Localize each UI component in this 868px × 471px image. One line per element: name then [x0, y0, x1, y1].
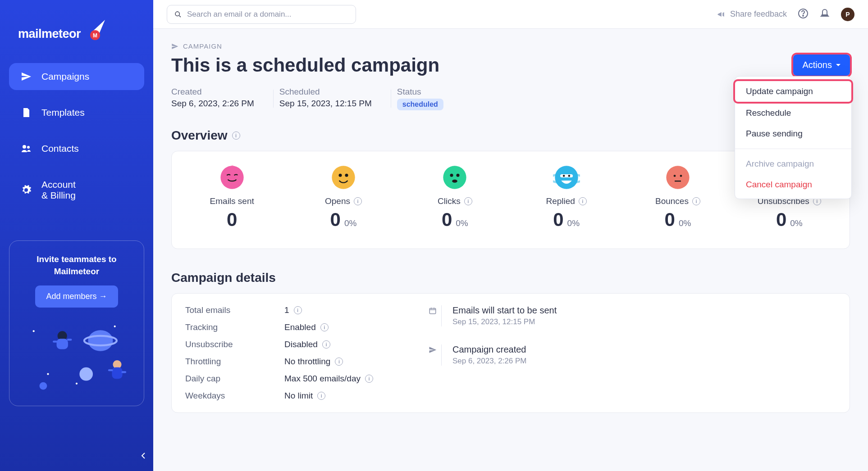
add-members-button[interactable]: Add members →	[35, 285, 118, 308]
detail-row: Daily capMax 500 emails/day i	[185, 374, 402, 384]
stat-value: 0	[330, 209, 341, 231]
space-illustration	[18, 312, 135, 393]
user-avatar[interactable]: P	[841, 8, 854, 21]
stat-emoji	[176, 165, 288, 190]
stat-value: 0	[553, 209, 563, 231]
dropdown-cancel-campaign[interactable]: Cancel campaign	[735, 174, 851, 195]
bell-icon	[819, 8, 830, 19]
info-icon[interactable]: i	[322, 340, 330, 349]
sidebar-item-label: Contacts	[41, 143, 79, 154]
sidebar: mailmeteor M Campaigns Templates Contact…	[0, 0, 153, 471]
dropdown-update-campaign[interactable]: Update campaign	[735, 81, 851, 102]
invite-card: Invite teammates to Mailmeteor Add membe…	[9, 240, 144, 406]
breadcrumb: CAMPAIGN	[171, 42, 850, 50]
detail-value: Disabled i	[284, 340, 330, 349]
search-input[interactable]	[187, 10, 348, 19]
file-icon	[21, 107, 32, 118]
stat-emoji	[399, 165, 511, 190]
info-icon[interactable]: i	[317, 392, 325, 400]
detail-value: Enabled i	[284, 322, 329, 332]
svg-point-37	[674, 175, 676, 177]
detail-label: Total emails	[185, 305, 280, 315]
detail-row: UnsubscribeDisabled i	[185, 340, 402, 349]
svg-point-20	[175, 12, 179, 16]
status-badge: scheduled	[397, 99, 443, 110]
svg-point-5	[114, 326, 116, 327]
notifications-button[interactable]	[819, 8, 830, 21]
dropdown-divider	[735, 149, 851, 149]
info-icon[interactable]: i	[464, 197, 472, 205]
svg-point-25	[338, 174, 342, 177]
svg-rect-33	[560, 174, 573, 177]
sidebar-item-label: Account & Billing	[41, 179, 76, 201]
invite-title: Invite teammates to Mailmeteor	[18, 254, 135, 277]
svg-rect-40	[429, 308, 436, 314]
svg-point-34	[562, 175, 565, 177]
stat-pct: 0%	[456, 218, 468, 228]
detail-label: Weekdays	[185, 391, 280, 401]
stat-value: 0	[665, 209, 675, 231]
info-icon[interactable]: i	[365, 375, 373, 383]
info-icon[interactable]: i	[320, 323, 329, 331]
info-icon[interactable]: i	[579, 197, 587, 205]
sidebar-item-campaigns[interactable]: Campaigns	[9, 63, 144, 90]
stat-value: 0	[227, 209, 237, 231]
search-box[interactable]	[167, 5, 356, 24]
sidebar-item-label: Templates	[41, 107, 85, 118]
svg-rect-13	[57, 339, 68, 349]
detail-row: ThrottlingNo throttling i	[185, 357, 402, 367]
calendar-icon	[429, 305, 438, 326]
info-icon[interactable]: i	[335, 358, 343, 366]
detail-label: Throttling	[185, 357, 280, 367]
help-icon	[798, 8, 809, 19]
timeline-item: Emails will start to be sentSep 15, 2023…	[429, 305, 836, 326]
svg-point-3	[27, 146, 30, 149]
dropdown-archive-campaign[interactable]: Archive campaign	[735, 154, 851, 174]
meta-scheduled-value: Sep 15, 2023, 12:15 PM	[279, 99, 372, 109]
stat-bounces: Bouncesi00%	[622, 165, 733, 231]
send-icon	[171, 43, 178, 50]
logo[interactable]: mailmeteor M	[18, 23, 135, 45]
actions-button[interactable]: Actions	[793, 54, 850, 76]
info-icon[interactable]: i	[294, 306, 302, 314]
svg-point-7	[47, 373, 49, 375]
stat-emoji	[622, 165, 733, 190]
svg-point-8	[39, 382, 47, 390]
svg-point-29	[457, 174, 460, 177]
svg-rect-17	[112, 367, 122, 379]
detail-value: Max 500 emails/day i	[284, 374, 373, 384]
collapse-sidebar-button[interactable]	[140, 451, 146, 462]
dropdown-pause-sending[interactable]: Pause sending	[735, 123, 851, 144]
stat-emoji	[288, 165, 399, 190]
svg-point-38	[680, 175, 682, 177]
feedback-label: Share feedback	[730, 9, 787, 19]
sidebar-item-contacts[interactable]: Contacts	[9, 135, 144, 162]
actions-button-wrap: Actions Update campaign Reschedule Pause…	[793, 54, 850, 76]
help-button[interactable]	[798, 8, 809, 21]
detail-value: 1 i	[284, 305, 302, 315]
actions-label: Actions	[802, 60, 832, 70]
info-icon[interactable]: i	[354, 197, 362, 205]
search-icon	[174, 11, 182, 18]
details-card: Total emails1 iTrackingEnabled iUnsubscr…	[171, 293, 850, 413]
detail-row: Total emails1 i	[185, 305, 402, 315]
stat-emails-sent: Emails sent0	[176, 165, 288, 231]
sidebar-item-account[interactable]: Account & Billing	[9, 171, 144, 209]
stat-pct: 0%	[679, 218, 691, 228]
detail-label: Tracking	[185, 322, 280, 332]
dropdown-reschedule[interactable]: Reschedule	[735, 103, 851, 123]
stat-value: 0	[776, 209, 786, 231]
stat-opens: Opensi00%	[288, 165, 399, 231]
sidebar-item-templates[interactable]: Templates	[9, 99, 144, 126]
meta-status-label: Status	[397, 87, 443, 97]
timeline-time: Sep 15, 2023, 12:15 PM	[452, 317, 557, 326]
info-icon[interactable]: i	[232, 131, 240, 140]
timeline-item: Campaign createdSep 6, 2023, 2:26 PM	[429, 344, 836, 366]
actions-dropdown: Update campaign Reschedule Pause sending…	[735, 76, 852, 199]
chevron-down-icon	[836, 63, 841, 67]
detail-row: TrackingEnabled i	[185, 322, 402, 332]
info-icon[interactable]: i	[692, 197, 700, 205]
svg-text:M: M	[93, 32, 97, 39]
share-feedback-button[interactable]: Share feedback	[717, 9, 787, 19]
send-icon	[429, 344, 438, 366]
